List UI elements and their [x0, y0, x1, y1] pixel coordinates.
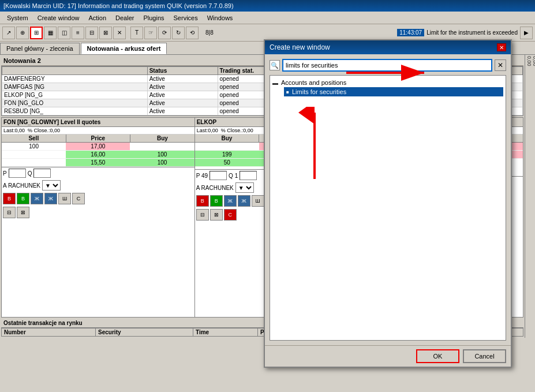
dialog-title-bar: Create new window ✕: [265, 40, 511, 54]
btn-action-2[interactable]: Ж: [44, 193, 57, 204]
menu-plugins[interactable]: Plugins: [139, 13, 169, 23]
p-input[interactable]: [9, 169, 26, 178]
tb-btn-2[interactable]: ⊕: [16, 27, 29, 39]
tree-item-label: Limits for securities: [292, 88, 346, 95]
tb-btn-10[interactable]: T: [130, 27, 143, 39]
tb-btn-6[interactable]: ≡: [72, 27, 84, 39]
q-label: Q: [28, 170, 32, 177]
search-input[interactable]: [282, 59, 492, 72]
qp-row: 16,00 100: [2, 151, 194, 159]
action-btns-fon: В В Ж Ж Ш С: [2, 192, 194, 206]
tree-children: ■ Limits for securities: [284, 87, 503, 96]
tree-item-limits[interactable]: ■ Limits for securities: [284, 87, 503, 96]
col-number: Number: [2, 328, 96, 337]
btn-b2[interactable]: В: [210, 195, 223, 207]
dialog-footer: OK Cancel: [265, 345, 511, 367]
tb-btn-11[interactable]: ☞: [144, 27, 157, 39]
cancel-button[interactable]: Cancel: [463, 349, 506, 363]
ok-button[interactable]: OK: [416, 349, 459, 363]
qp-cell-buy-green: 100: [130, 159, 194, 166]
menu-windows[interactable]: Windows: [203, 13, 238, 23]
tree-root-node[interactable]: ▬ Accounts and positions: [272, 78, 503, 87]
col-name: [2, 67, 148, 75]
btn-b4[interactable]: Ж: [238, 195, 250, 207]
qp-col-sell: Sell: [2, 135, 66, 142]
qp-cell-sell: 100: [2, 143, 66, 150]
tab-panel-glowny[interactable]: Panel główny - zlecenia: [0, 43, 80, 54]
tree-bullet-icon: ■: [286, 89, 292, 95]
menu-system[interactable]: System: [2, 13, 33, 23]
p-label: P: [3, 170, 7, 177]
btn-sell-red[interactable]: В: [3, 193, 16, 204]
tb-btn-13[interactable]: ↻: [172, 27, 185, 39]
title-bar: [Kowalski Marcin UID: 17] Information an…: [0, 0, 535, 12]
btn-b9[interactable]: С: [224, 209, 237, 221]
tb-indicator: 8|8: [203, 29, 216, 36]
q-input-elkop[interactable]: [240, 171, 257, 180]
tb-scroll-right[interactable]: ▶: [520, 27, 533, 39]
qp-cell-price-green: 16,00: [66, 151, 130, 158]
account-select-elkop[interactable]: ▼: [235, 182, 254, 193]
qp-account-fon: A RACHUNEK ▼: [2, 179, 194, 192]
search-clear-button[interactable]: ✕: [495, 59, 506, 71]
tb-btn-7[interactable]: ⊟: [85, 27, 98, 39]
account-select-fon[interactable]: ▼: [42, 180, 61, 191]
menu-dealer[interactable]: Dealer: [111, 13, 139, 23]
btn-buy-green[interactable]: В: [17, 193, 29, 204]
qp-cell-buy: [130, 143, 194, 150]
qp-cell-buy: [195, 143, 259, 150]
tb-btn-8[interactable]: ⊠: [99, 27, 112, 39]
tab-notowania[interactable]: Notowania - arkusz ofert: [81, 43, 167, 54]
qp-col-buy: Buy: [195, 135, 260, 142]
tb-btn-5[interactable]: ◫: [58, 27, 70, 39]
tb-btn-1[interactable]: ↗: [2, 27, 15, 39]
status-time: 11:43:07: [397, 29, 424, 36]
col-status: Status: [147, 67, 218, 75]
btn-b5[interactable]: Ш: [252, 195, 264, 207]
p-label-elkop: P 49: [196, 173, 208, 179]
tree-expand-icon: ▬: [272, 80, 279, 86]
q-input[interactable]: [33, 169, 51, 178]
menu-bar: System Create window Action Dealer Plugi…: [0, 12, 535, 24]
qp-title-fon: FON [NG_GLOWNY] Level II quotes: [2, 118, 194, 127]
title-text: [Kowalski Marcin UID: 17] Information an…: [3, 2, 234, 9]
right-values: 0,00 0,00 0,00: [525, 55, 535, 68]
btn-action-4[interactable]: С: [72, 193, 85, 204]
account-label-fon: A RACHUNEK: [3, 182, 40, 189]
btn-action-3[interactable]: Ш: [58, 193, 71, 204]
row-name: DAMFENERGY: [2, 75, 148, 83]
menu-create-window[interactable]: Create window: [33, 13, 84, 23]
qp-cell-buy-green: 100: [130, 151, 194, 158]
row-name: FON [NG_GLO: [2, 99, 148, 107]
btn-a2[interactable]: ⊠: [17, 207, 29, 218]
menu-services[interactable]: Services: [169, 13, 203, 23]
btn-b7[interactable]: ⊟: [196, 209, 209, 221]
dialog-title: Create new window: [270, 43, 330, 51]
btn-a1[interactable]: ⊟: [3, 207, 16, 218]
tb-btn-12[interactable]: ⟳: [158, 27, 171, 39]
tb-btn-4[interactable]: ▦: [44, 27, 57, 39]
dialog-close-button[interactable]: ✕: [497, 43, 506, 51]
btn-b8[interactable]: ⊠: [210, 209, 223, 221]
tree-root-label: Accounts and positions: [279, 79, 348, 87]
search-row: 🔍 ✕: [270, 59, 506, 72]
btn-b3[interactable]: Ж: [224, 195, 237, 207]
tb-btn-14[interactable]: ⟲: [186, 27, 199, 39]
q-label-elkop: Q 1: [229, 173, 238, 179]
btn-b1[interactable]: В: [196, 195, 209, 207]
row-status: Active: [147, 99, 218, 107]
tb-btn-new-window[interactable]: ⊞: [30, 27, 43, 39]
row-status: Active: [147, 75, 218, 83]
p-input-elkop[interactable]: [209, 171, 227, 180]
row-status: Active: [147, 107, 218, 115]
qp-row: 15,50 100: [2, 159, 194, 167]
menu-action[interactable]: Action: [84, 13, 111, 23]
btn-action-1[interactable]: Ж: [31, 193, 43, 204]
row-status: Active: [147, 91, 218, 99]
tb-btn-9[interactable]: ✕: [113, 27, 126, 39]
qp-cols-fon: Sell Price Buy: [2, 135, 194, 143]
qp-col-price: Price: [66, 135, 131, 142]
qp-cell-price-green: 15,50: [66, 159, 130, 166]
account-label-elkop: A RACHUNEK: [196, 185, 234, 191]
row-name: ELKOP [NG_G: [2, 91, 148, 99]
